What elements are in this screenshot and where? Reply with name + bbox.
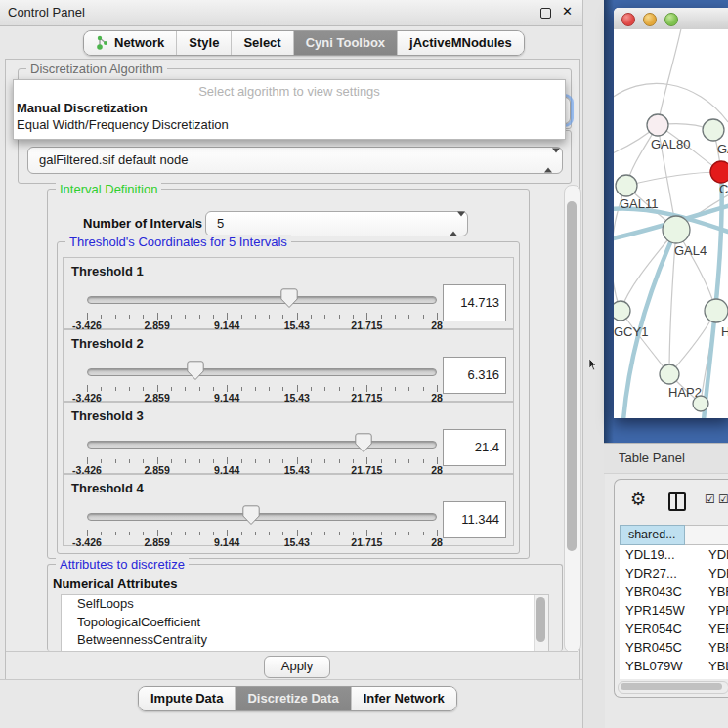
threshold-3-block: Threshold 3 -3.4262.8599.14415.4321.7152… xyxy=(63,402,514,474)
table-row[interactable]: YBL079WYBL0... xyxy=(620,657,728,675)
slider-tick xyxy=(241,532,242,535)
table-header-shared[interactable]: shared... xyxy=(620,525,685,545)
slider-tick-label: 9.144 xyxy=(214,536,239,548)
network-edge[interactable] xyxy=(614,83,728,122)
table-cell-name[interactable]: YER0... xyxy=(705,620,728,638)
checkbox-icon[interactable]: ☑ xyxy=(718,492,728,506)
table-header-name[interactable]: n... xyxy=(685,525,728,545)
slider-tick xyxy=(143,459,144,463)
list-scrollbar-thumb[interactable] xyxy=(536,597,545,642)
numerical-attributes-list: SelfLoopsTopologicalCoefficientBetweenne… xyxy=(61,594,549,652)
network-edge[interactable] xyxy=(621,311,669,374)
table-row[interactable]: YLR345WYLR3... xyxy=(620,675,728,679)
threshold-3-value-field[interactable]: 21.4 xyxy=(443,429,506,466)
table-cell-shared[interactable]: YDR27... xyxy=(620,564,705,582)
table-toolbar: ⚙ ☑ ☑ xyxy=(615,486,728,519)
network-node[interactable] xyxy=(703,119,724,141)
network-node[interactable] xyxy=(710,161,728,183)
network-window-titlebar[interactable] xyxy=(614,8,728,30)
table-cell-name[interactable]: YBR0... xyxy=(705,638,728,657)
number-of-intervals-combobox[interactable]: 5 xyxy=(205,211,468,236)
numerical-attribute-item[interactable]: SelfLoops xyxy=(62,595,548,614)
slider-handle[interactable] xyxy=(187,361,204,381)
table-row[interactable]: YBR045CYBR0... xyxy=(620,638,728,657)
table-row[interactable]: YER054CYER0... xyxy=(620,620,728,638)
algorithm-option-equal-width[interactable]: Equal Width/Frequency Discretization xyxy=(14,117,565,134)
slider-tick-label: 15.43 xyxy=(284,536,310,548)
panel-scrollbar-thumb[interactable] xyxy=(567,201,577,551)
table-cell-name[interactable]: YBR0... xyxy=(705,582,728,601)
network-edge[interactable] xyxy=(658,29,682,125)
tab-jactivemnodules[interactable]: jActiveMNodules xyxy=(398,31,524,55)
slider-track[interactable] xyxy=(87,441,437,449)
network-node[interactable] xyxy=(663,216,690,243)
minimize-traffic-light-icon[interactable] xyxy=(643,13,657,26)
split-columns-icon[interactable] xyxy=(668,492,686,511)
slider-tick xyxy=(395,387,396,391)
network-node[interactable] xyxy=(693,396,708,411)
table-cell-shared[interactable]: YBR043C xyxy=(620,582,705,601)
network-node[interactable] xyxy=(616,175,637,196)
table-rows: YDL19...YDL1...YDR27...YDR2...YBR043CYBR… xyxy=(620,545,728,679)
slider-tick xyxy=(366,385,367,392)
close-icon[interactable]: ✕ xyxy=(562,4,573,19)
discretization-algorithm-title: Discretization Algorithm xyxy=(26,62,167,76)
slider-track[interactable] xyxy=(87,368,437,376)
table-cell-name[interactable]: YBL0... xyxy=(705,657,728,675)
slider-handle[interactable] xyxy=(280,288,298,309)
slider-handle[interactable] xyxy=(242,505,260,526)
slider-track[interactable] xyxy=(87,513,437,521)
tab-cyni-toolbox[interactable]: Cyni Toolbox xyxy=(294,31,398,55)
table-cell-name[interactable]: YDL1... xyxy=(705,545,728,564)
numerical-attribute-item[interactable]: BetweennessCentrality xyxy=(62,631,548,650)
table-row[interactable]: YBR043CYBR0... xyxy=(620,582,728,601)
close-traffic-light-icon[interactable] xyxy=(621,13,635,26)
tab-infer-network-label: Infer Network xyxy=(364,691,445,706)
table-cell-shared[interactable]: YLR345W xyxy=(620,675,705,679)
table-panel-title: Table Panel xyxy=(619,450,685,465)
gear-icon[interactable]: ⚙ xyxy=(630,489,646,509)
network-node[interactable] xyxy=(705,299,728,322)
slider-handle[interactable] xyxy=(355,433,372,453)
algorithm-option-manual[interactable]: Manual Discretization xyxy=(14,101,565,117)
list-scrollbar[interactable] xyxy=(534,595,548,651)
zoom-traffic-light-icon[interactable] xyxy=(664,13,678,26)
tab-style[interactable]: Style xyxy=(177,31,232,55)
tab-select[interactable]: Select xyxy=(232,31,293,55)
network-node[interactable] xyxy=(614,301,630,321)
tab-impute-data[interactable]: Impute Data xyxy=(139,687,236,710)
float-window-icon[interactable] xyxy=(540,8,551,19)
network-node[interactable] xyxy=(660,364,679,384)
panel-scrollbar[interactable] xyxy=(564,185,581,653)
threshold-2-label: Threshold 2 xyxy=(71,336,144,351)
table-cell-shared[interactable]: YBR045C xyxy=(620,638,705,657)
threshold-2-value-field[interactable]: 6.316 xyxy=(443,357,506,394)
network-canvas[interactable]: GAL80GACGAL11GAL4GCY1HHAP2 xyxy=(614,29,728,418)
table-data-combobox[interactable]: galFiltered.sif default node xyxy=(27,147,563,174)
table-cell-shared[interactable]: YDL19... xyxy=(620,545,705,564)
threshold-1-value-field[interactable]: 14.713 xyxy=(443,284,506,321)
network-node[interactable] xyxy=(647,114,668,136)
tab-discretize-data[interactable]: Discretize Data xyxy=(236,687,351,710)
table-row[interactable]: YDR27...YDR2... xyxy=(620,564,728,582)
tab-infer-network[interactable]: Infer Network xyxy=(352,687,456,710)
tab-network[interactable]: Network xyxy=(84,31,177,55)
table-cell-name[interactable]: YLR3... xyxy=(705,675,728,679)
slider-tick xyxy=(157,457,158,464)
apply-button[interactable]: Apply xyxy=(264,656,330,678)
tab-select-label: Select xyxy=(243,35,280,50)
table-row[interactable]: YDL19...YDL1... xyxy=(620,545,728,564)
network-edge[interactable] xyxy=(626,172,721,186)
table-scrollbar-thumb[interactable] xyxy=(621,683,722,690)
table-cell-shared[interactable]: YPR145W xyxy=(620,601,705,620)
slider-track[interactable] xyxy=(87,296,437,304)
table-cell-name[interactable]: YDR2... xyxy=(705,564,728,582)
numerical-attribute-item[interactable]: TopologicalCoefficient xyxy=(62,614,548,632)
table-cell-shared[interactable]: YBL079W xyxy=(620,657,705,675)
table-cell-shared[interactable]: YER054C xyxy=(620,620,705,638)
table-row[interactable]: YPR145WYPR1... xyxy=(620,601,728,620)
table-horizontal-scrollbar[interactable] xyxy=(618,681,728,694)
table-cell-name[interactable]: YPR1... xyxy=(705,601,728,620)
checkbox-icon[interactable]: ☑ xyxy=(705,492,715,506)
threshold-4-value-field[interactable]: 11.344 xyxy=(443,501,506,538)
